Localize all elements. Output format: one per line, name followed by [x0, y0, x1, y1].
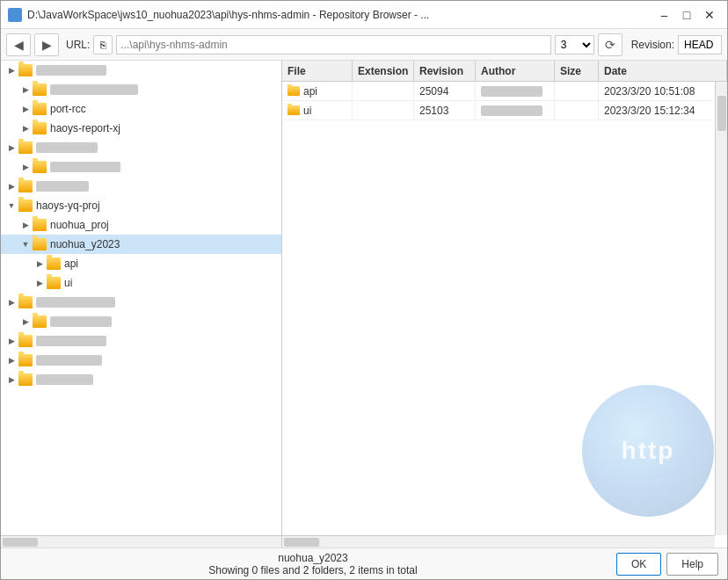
folder-icon [18, 141, 33, 154]
help-button[interactable]: Help [666, 553, 718, 576]
minimize-button[interactable]: ‒ [653, 4, 674, 25]
tree-item[interactable]: ▶ [1, 157, 281, 177]
status-info-area: nuohua_y2023 Showing 0 files and 2 folde… [10, 552, 616, 576]
tree-item-label: nuohua_proj [50, 219, 109, 231]
maximize-button[interactable]: □ [676, 4, 697, 25]
expand-icon: ▶ [33, 276, 47, 290]
forward-button[interactable]: ▶ [34, 33, 59, 56]
expand-icon: ▶ [18, 315, 33, 329]
scrollbar-thumb [717, 96, 726, 131]
tree-item[interactable]: ▶ api [1, 254, 281, 273]
tree-item-label [50, 84, 138, 95]
status-text: Showing 0 files and 2 folders, 2 items i… [10, 564, 616, 576]
refresh-button[interactable]: ⟳ [598, 33, 622, 56]
refresh-icon: ⟳ [605, 38, 615, 52]
content-area: ▶ ▶ ▶ port-rcc ▶ [1, 61, 727, 547]
table-row[interactable]: api 25094 2023/3/20 10:51:08 [282, 82, 727, 101]
file-cell: ui [282, 101, 353, 120]
expand-icon: ▶ [18, 160, 33, 174]
col-header-extension[interactable]: Extension [353, 61, 414, 81]
status-buttons: OK Help [616, 553, 718, 576]
vertical-scrollbar[interactable] [715, 82, 727, 535]
revision-dropdown[interactable]: 1 2 3 HEAD [555, 35, 594, 54]
folder-icon [33, 315, 47, 328]
expand-icon: ▶ [18, 83, 33, 97]
author-cell [476, 82, 555, 100]
tree-item-selected[interactable]: ▼ nuohua_y2023 [1, 235, 281, 254]
folder-icon [18, 296, 33, 308]
col-header-size[interactable]: Size [555, 61, 599, 81]
tree-item-label: nuohua_y2023 [50, 238, 120, 250]
tree-item-label [36, 374, 93, 385]
tree-item[interactable]: ▶ [1, 293, 281, 312]
folder-icon [47, 277, 61, 289]
tree-item-label [36, 65, 106, 76]
col-header-revision[interactable]: Revision [414, 61, 476, 81]
tree-item[interactable]: ▶ port-rcc [1, 99, 281, 119]
revision-label: Revision: [631, 39, 674, 51]
toolbar: ◀ ▶ URL: ⎘ 1 2 3 HEAD ⟳ Revision: HEAD [1, 29, 727, 61]
scrollbar-thumb [3, 538, 38, 547]
tree-item[interactable]: ▼ haoys-yq-proj [1, 196, 281, 215]
folder-icon [47, 257, 61, 270]
copy-url-button[interactable]: ⎘ [93, 35, 113, 54]
size-cell [555, 82, 599, 100]
scrollbar-thumb [284, 538, 319, 547]
tree-item-label [50, 316, 112, 327]
tree-item[interactable]: ▶ [1, 351, 281, 370]
tree-container[interactable]: ▶ ▶ ▶ port-rcc ▶ [1, 61, 281, 535]
tree-item[interactable]: ▶ [1, 177, 281, 196]
tree-item-label: ui [64, 277, 72, 289]
expand-icon: ▶ [4, 334, 18, 348]
right-panel: File Extension Revision Author Size [282, 61, 727, 547]
tree-item-label [50, 162, 120, 172]
url-input[interactable] [116, 35, 550, 54]
tree-item[interactable]: ▶ nuohua_proj [1, 215, 281, 235]
expand-icon: ▶ [4, 295, 18, 309]
expand-icon: ▶ [18, 102, 33, 116]
left-panel: ▶ ▶ ▶ port-rcc ▶ [1, 61, 282, 547]
col-header-author[interactable]: Author [476, 61, 555, 81]
expand-icon: ▶ [4, 373, 18, 387]
table-row[interactable]: ui 25103 2023/3/20 15:12:34 [282, 101, 727, 120]
col-header-file[interactable]: File [282, 61, 353, 81]
tree-item[interactable]: ▶ [1, 61, 281, 80]
expand-icon: ▼ [4, 199, 18, 213]
expand-icon: ▶ [18, 218, 33, 232]
author-cell [476, 101, 555, 120]
ok-button[interactable]: OK [616, 553, 661, 576]
tree-item[interactable]: ▶ [1, 312, 281, 331]
title-bar-left: D:\JavaWorkSpace\jws10_nuohua2023\api\hy… [8, 8, 653, 22]
expand-icon: ▶ [33, 257, 47, 271]
folder-icon [33, 238, 47, 250]
tree-item-label: port-rcc [50, 103, 86, 115]
tree-item-label: haoys-report-xj [50, 122, 120, 134]
tree-item[interactable]: ▶ [1, 370, 281, 389]
file-table: File Extension Revision Author Size [282, 61, 727, 547]
folder-icon [18, 199, 33, 212]
date-cell: 2023/3/20 10:51:08 [599, 82, 727, 100]
horizontal-scrollbar-right[interactable] [282, 535, 715, 547]
tree-item-label: api [64, 257, 78, 270]
tree-item[interactable]: ▶ haoys-report-xj [1, 119, 281, 138]
folder-icon [18, 354, 33, 366]
horizontal-scrollbar[interactable] [1, 535, 281, 547]
close-button[interactable]: ✕ [699, 4, 720, 25]
size-cell [555, 101, 599, 120]
expand-icon: ▶ [18, 121, 33, 135]
tree-item[interactable]: ▶ ui [1, 273, 281, 293]
tree-item[interactable]: ▶ [1, 80, 281, 99]
col-header-date[interactable]: Date [599, 61, 727, 81]
url-label: URL: [66, 39, 90, 51]
tree-item-label [36, 181, 89, 192]
tree-item-label: haoys-yq-proj [36, 199, 100, 212]
folder-icon [288, 105, 300, 115]
tree-item[interactable]: ▶ [1, 331, 281, 351]
tree-item[interactable]: ▶ [1, 138, 281, 157]
folder-icon [33, 219, 47, 231]
expand-icon: ▶ [4, 353, 18, 367]
folder-icon [18, 180, 33, 192]
back-button[interactable]: ◀ [6, 33, 31, 56]
folder-icon [33, 103, 47, 115]
folder-icon [33, 83, 47, 96]
